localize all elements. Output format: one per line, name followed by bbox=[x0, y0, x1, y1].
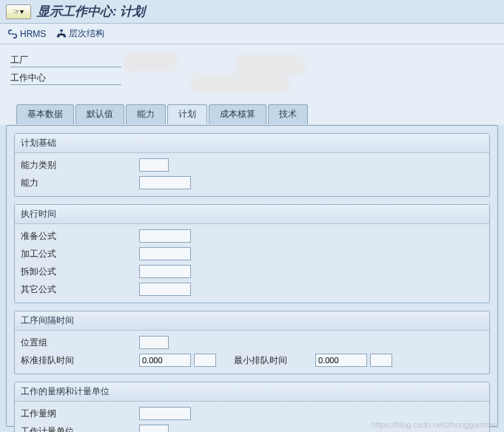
std-queue-label: 标准排队时间 bbox=[21, 354, 139, 367]
other-label: 其它公式 bbox=[21, 283, 139, 296]
window-icon[interactable]: ☞▾ bbox=[6, 4, 31, 19]
link-icon bbox=[7, 29, 18, 39]
hierarchy-icon bbox=[56, 29, 67, 39]
tab-3[interactable]: 计划 bbox=[167, 104, 207, 124]
tab-1[interactable]: 默认值 bbox=[75, 104, 124, 124]
loc-group-input[interactable] bbox=[139, 336, 169, 349]
setup-label: 准备公式 bbox=[21, 230, 139, 243]
group-interop-title: 工序间隔时间 bbox=[15, 311, 489, 331]
other-input[interactable] bbox=[139, 283, 191, 296]
svg-rect-1 bbox=[57, 35, 60, 37]
process-label: 加工公式 bbox=[21, 248, 139, 260]
workcenter-label: 工作中心 bbox=[10, 72, 121, 85]
wc-value-blurred bbox=[192, 74, 289, 92]
work-dim-input[interactable] bbox=[139, 407, 191, 420]
capacity-input[interactable] bbox=[139, 176, 191, 189]
plant-label: 工厂 bbox=[10, 54, 121, 67]
svg-rect-0 bbox=[61, 29, 64, 31]
plant-desc-blurred bbox=[237, 56, 303, 74]
work-dim-label: 工作量纲 bbox=[21, 408, 139, 420]
cap-cat-input[interactable] bbox=[139, 158, 169, 172]
process-input[interactable] bbox=[139, 247, 191, 260]
tab-2[interactable]: 能力 bbox=[126, 104, 166, 124]
setup-input[interactable] bbox=[139, 229, 191, 243]
group-dim-title: 工作的量纲和计量单位 bbox=[15, 382, 489, 402]
cap-cat-label: 能力类别 bbox=[21, 159, 139, 172]
watermark: https://blog.csdn.net/zhongguomao bbox=[372, 420, 498, 429]
page-title: 显示工作中心: 计划 bbox=[37, 3, 145, 20]
plant-value-blurred bbox=[124, 53, 176, 71]
hrms-label: HRMS bbox=[20, 29, 46, 39]
work-unit-label: 工作计量单位 bbox=[21, 425, 139, 433]
svg-rect-2 bbox=[64, 35, 67, 37]
teardown-input[interactable] bbox=[139, 265, 191, 278]
tab-0[interactable]: 基本数据 bbox=[16, 104, 74, 124]
group-basis-title: 计划基础 bbox=[15, 134, 489, 153]
tab-5[interactable]: 技术 bbox=[268, 104, 308, 124]
hierarchy-button[interactable]: 层次结构 bbox=[56, 27, 104, 40]
std-queue-unit[interactable] bbox=[194, 354, 216, 367]
teardown-label: 拆卸公式 bbox=[21, 266, 139, 278]
min-queue-label: 最小排队时间 bbox=[234, 354, 315, 367]
hierarchy-label: 层次结构 bbox=[69, 27, 104, 40]
work-unit-input[interactable] bbox=[139, 425, 169, 432]
hrms-button[interactable]: HRMS bbox=[7, 29, 46, 39]
min-queue-input[interactable] bbox=[315, 354, 367, 367]
tab-4[interactable]: 成本核算 bbox=[209, 104, 266, 124]
group-exec-title: 执行时间 bbox=[15, 205, 489, 224]
capacity-label: 能力 bbox=[21, 177, 139, 189]
loc-group-label: 位置组 bbox=[21, 337, 139, 349]
min-queue-unit[interactable] bbox=[370, 354, 392, 367]
std-queue-input[interactable] bbox=[139, 354, 191, 367]
